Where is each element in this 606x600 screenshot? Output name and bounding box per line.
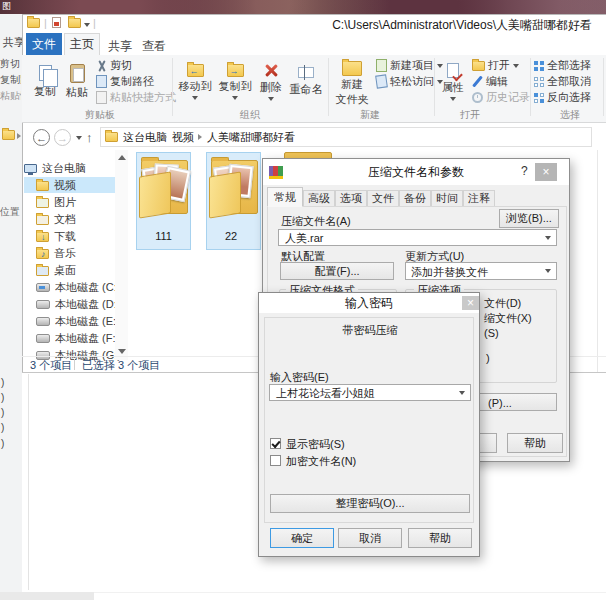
- invert-selection-button[interactable]: 反向选择: [534, 90, 591, 105]
- password-close-button[interactable]: ×: [462, 296, 479, 310]
- show-password-checkbox[interactable]: [270, 438, 281, 449]
- address-folder-icon: [105, 132, 118, 142]
- paste-shortcut-button[interactable]: 粘贴快捷方式: [96, 90, 176, 105]
- option-fragment: ): [486, 352, 490, 365]
- qat-folder-icon[interactable]: [68, 18, 81, 28]
- sidebar-item-desktop[interactable]: 桌面: [36, 263, 76, 278]
- sidebar-item-this-pc[interactable]: 这台电脑: [24, 161, 86, 176]
- password-dialog-titlebar: 输入密码: [259, 293, 479, 313]
- archive-name-combobox[interactable]: 人美.rar: [278, 229, 557, 246]
- sidebar-label: 桌面: [54, 263, 76, 278]
- rar-tab-backup[interactable]: 备份: [399, 190, 431, 207]
- sidebar-item-disk-c[interactable]: 本地磁盘 (C:): [36, 280, 120, 295]
- archive-name-label: 压缩文件名(A): [281, 215, 351, 228]
- background-drive-fragment: ): [1, 438, 4, 450]
- sidebar-item-disk-f[interactable]: 本地磁盘 (F:): [36, 331, 119, 346]
- sidebar-scrollbar[interactable]: [115, 150, 128, 360]
- folder-tile-22[interactable]: 22: [206, 152, 261, 250]
- breadcrumb-current-folder[interactable]: 人美嘴甜哪都好看: [207, 131, 295, 144]
- show-password-label: 显示密码(S): [286, 438, 345, 451]
- ok-button[interactable]: 确定: [270, 528, 334, 548]
- delete-button[interactable]: 删除: [256, 57, 286, 107]
- rar-help-icon[interactable]: ?: [521, 164, 528, 178]
- group-separator: [172, 58, 173, 116]
- tab-file[interactable]: 文件: [26, 33, 62, 55]
- rar-tab-general[interactable]: 常规: [267, 187, 303, 207]
- sidebar-label: 下载: [54, 229, 76, 244]
- open-button[interactable]: 打开: [472, 58, 519, 73]
- breadcrumb-root[interactable]: 这台电脑: [123, 131, 167, 144]
- sidebar-item-music[interactable]: ♪音乐: [36, 246, 76, 261]
- encrypt-names-checkbox[interactable]: [270, 455, 281, 466]
- rar-tab-options[interactable]: 选项: [335, 190, 367, 207]
- background-copy-path-fragment: 复制路径: [0, 74, 21, 86]
- rar-tab-comment[interactable]: 注释: [463, 190, 495, 207]
- browse-button[interactable]: 浏览(B)...: [499, 209, 559, 228]
- sidebar-item-videos[interactable]: 视频: [36, 178, 76, 193]
- new-folder-label-1: 新建: [341, 78, 363, 90]
- profile-button[interactable]: 配置(F)...: [280, 262, 394, 280]
- paste-button[interactable]: 粘贴: [62, 57, 92, 107]
- tab-home[interactable]: 主页: [64, 33, 100, 55]
- organize-passwords-button[interactable]: 整理密码(O)...: [270, 494, 470, 513]
- rar-tab-advanced[interactable]: 高级: [303, 190, 335, 207]
- tab-share[interactable]: 共享: [108, 38, 132, 55]
- folder-thumbnail: [208, 155, 260, 219]
- properties-button[interactable]: 属性: [438, 57, 468, 107]
- edit-button[interactable]: 编辑: [472, 74, 508, 89]
- copy-button[interactable]: 复制: [30, 57, 60, 107]
- qat-new-folder-icon[interactable]: [52, 17, 61, 28]
- sidebar-label: 本地磁盘 (C:): [55, 280, 120, 295]
- sidebar-item-disk-e[interactable]: 本地磁盘 (E:): [36, 314, 120, 329]
- group-separator: [328, 58, 329, 116]
- scroll-down-icon[interactable]: [118, 349, 126, 354]
- sidebar-item-disk-d[interactable]: 本地磁盘 (D:): [36, 297, 120, 312]
- easy-access-button[interactable]: 轻松访问: [376, 74, 443, 89]
- rar-help-button[interactable]: 帮助: [507, 433, 563, 453]
- cut-button[interactable]: 剪切: [96, 58, 132, 73]
- password-combobox[interactable]: 上村花论坛看小姐姐: [269, 384, 471, 401]
- rar-tab-files[interactable]: 文件: [367, 190, 399, 207]
- new-item-button[interactable]: 新建项目: [376, 58, 443, 73]
- qat-dropdown-icon[interactable]: [84, 23, 90, 27]
- copy-path-button[interactable]: 复制路径: [96, 74, 154, 89]
- drive-f-icon: [36, 334, 50, 343]
- move-to-button[interactable]: ← 移动到: [176, 57, 214, 107]
- open-icon: [472, 61, 485, 71]
- breadcrumb-arrow-icon[interactable]: [163, 134, 167, 140]
- new-folder-button[interactable]: 新建 文件夹: [332, 57, 372, 109]
- select-all-button[interactable]: 全部选择: [534, 58, 591, 73]
- copy-to-button[interactable]: → 复制到: [216, 57, 254, 107]
- folder-tile-111[interactable]: 111: [136, 152, 191, 250]
- rar-close-button[interactable]: ×: [535, 163, 557, 181]
- sidebar-item-documents[interactable]: 文档: [36, 212, 76, 227]
- password-value: 上村花论坛看小姐姐: [276, 387, 375, 400]
- recent-locations-dropdown-icon[interactable]: [76, 136, 82, 140]
- sidebar-item-pictures[interactable]: 图片: [36, 195, 76, 210]
- help-button[interactable]: 帮助: [408, 528, 472, 548]
- up-button[interactable]: ↑: [86, 130, 93, 146]
- back-button[interactable]: ←: [33, 129, 50, 146]
- update-mode-combobox[interactable]: 添加并替换文件: [405, 262, 557, 280]
- rename-button[interactable]: 重命名: [288, 57, 324, 107]
- tab-view[interactable]: 查看: [142, 38, 166, 55]
- move-to-icon: ←: [187, 64, 204, 77]
- select-none-button[interactable]: 全部取消: [534, 74, 591, 89]
- copy-path-label: 复制路径: [110, 74, 154, 89]
- rename-label: 重命名: [290, 82, 323, 97]
- rar-tab-time[interactable]: 时间: [431, 190, 463, 207]
- combo-arrow-icon: [545, 236, 551, 240]
- breadcrumb-library[interactable]: 视频: [172, 131, 194, 144]
- system-folder-icon[interactable]: [27, 18, 40, 28]
- background-tab-share[interactable]: 共享: [3, 36, 22, 49]
- screen: 图 共享 剪切 复制路径 粘贴快捷方式 位置 ) ) ) ) ) | | C:\…: [0, 0, 606, 600]
- scroll-up-icon[interactable]: [118, 155, 126, 160]
- breadcrumb-arrow-icon[interactable]: [198, 134, 202, 140]
- cancel-button[interactable]: 取消: [338, 528, 402, 548]
- background-location-fragment: 位置: [0, 206, 21, 218]
- properties-dropdown-icon: [450, 97, 456, 101]
- move-to-dropdown-icon: [192, 96, 198, 100]
- sidebar-item-downloads[interactable]: ↓下载: [36, 229, 76, 244]
- history-button[interactable]: 历史记录: [472, 90, 530, 105]
- forward-button[interactable]: →: [54, 129, 71, 146]
